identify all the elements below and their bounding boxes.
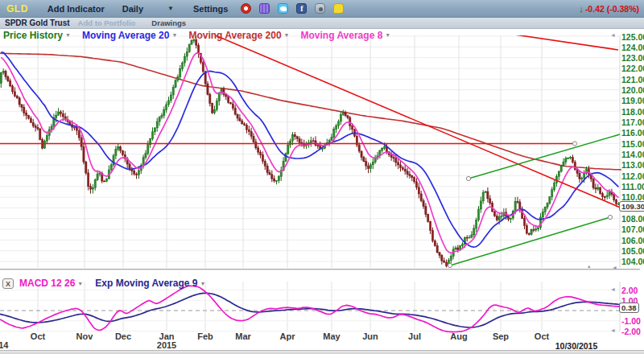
twitter-icon[interactable] (278, 3, 288, 14)
x-axis-month-label: Nov (76, 331, 93, 341)
x-axis-month-label: Aug (450, 331, 467, 341)
rising-channel-upper-handle[interactable] (466, 176, 470, 180)
rising-channel-lower-handle[interactable] (608, 215, 612, 219)
chevron-down-icon: ▼ (77, 281, 83, 286)
library-icon[interactable] (259, 3, 270, 14)
price-panel[interactable] (0, 32, 628, 268)
facebook-icon[interactable]: f (296, 3, 307, 14)
price-axis-label: 121.00 (621, 75, 644, 84)
x-axis-year-label: 2014 (0, 340, 8, 350)
legend-moving-average-200[interactable]: Moving Average 200 ▼ (188, 30, 289, 41)
x-axis-month-label: Feb (197, 331, 213, 341)
price-axis-label: 113.00 (621, 160, 644, 170)
alarm-icon[interactable] (241, 3, 251, 14)
x-axis-month-label: Sep (493, 331, 509, 341)
axis-scroll-down-icon[interactable]: ◄ (612, 265, 617, 270)
x-axis-month-label: May (323, 331, 340, 341)
macd-axis-arrow-icon[interactable]: ◄ (610, 286, 616, 292)
rising-channel-lower[interactable] (450, 217, 610, 266)
x-axis-year-label: 2015 (157, 340, 176, 350)
macd-axis-label: 2.00 (621, 286, 644, 295)
settings-button[interactable]: Settings (193, 4, 228, 14)
x-axis-month-label: Jul (408, 331, 421, 341)
macd-line (0, 286, 625, 332)
x-axis-month-label: Apr (280, 331, 295, 341)
legend-moving-average-20[interactable]: Moving Average 20 ▼ (82, 30, 177, 41)
last-price-badge: 109.30 (619, 201, 644, 212)
horizontal-scrollbar[interactable] (0, 350, 644, 354)
x-axis-month-label: Mar (235, 331, 251, 341)
price-axis-label: 122.00 (621, 64, 644, 73)
x-axis-month-label: Dec (115, 331, 131, 341)
price-axis-label: 108.00 (621, 214, 644, 224)
top-toolbar: GLD Add Indicator Daily ▼ Settings f ↓ -… (0, 0, 644, 18)
x-axis-month-label: Oct (31, 331, 45, 341)
legend-moving-average-8[interactable]: Moving Average 8 ▼ (301, 30, 391, 41)
x-axis-last-date: 10/30/2015 (555, 341, 598, 351)
ma8-line (1, 53, 618, 253)
price-axis-label: 117.00 (621, 117, 644, 127)
x-axis-month-label: Jun (362, 331, 378, 341)
macd-axis-label: -1.00 (621, 316, 644, 326)
chevron-down-icon[interactable]: ▼ (167, 5, 174, 12)
chart-canvas[interactable] (0, 0, 644, 354)
price-axis-label: 107.00 (621, 224, 644, 234)
panel-splitter[interactable] (0, 269, 640, 270)
camera-icon[interactable] (315, 3, 325, 14)
price-axis-label: 105.00 (621, 246, 644, 256)
macd-legend: X MACD 12 26 ▼ Exp Moving Average 9 ▼ (2, 278, 212, 289)
rising-channel-upper[interactable] (469, 134, 620, 179)
macd-axis-arrow-icon[interactable]: ◄ (610, 327, 616, 333)
price-axis-label: 124.00 (621, 43, 644, 52)
add-indicator-button[interactable]: Add Indicator (47, 4, 105, 14)
axis-scroll-up-icon[interactable]: ◄ (610, 32, 616, 38)
macd-value-badge: 0.38 (619, 303, 639, 313)
horizontal-resistance-line-handle[interactable] (572, 142, 576, 146)
down-arrow-icon: ↓ (579, 4, 584, 14)
add-to-portfolio-button[interactable]: Add to Portfolio (78, 19, 136, 27)
legend-exp-moving-average-9[interactable]: Exp Moving Average 9 ▼ (95, 278, 205, 289)
chevron-down-icon: ▼ (284, 32, 290, 38)
splitter-arrow-icon[interactable]: ▴ (588, 263, 591, 270)
price-axis-label: 119.00 (621, 96, 644, 105)
price-axis-label: 118.00 (621, 107, 644, 117)
macd-axis-label: -2.00 (621, 327, 644, 336)
price-axis-label: 120.00 (621, 85, 644, 95)
price-axis-label: 115.00 (621, 139, 644, 149)
price-legend: Price History ▼ Moving Average 20 ▼ Movi… (3, 30, 397, 40)
legend-price-history[interactable]: Price History ▼ (3, 30, 71, 41)
close-macd-button[interactable]: X (2, 278, 14, 289)
symbol-full-name: SPDR Gold Trust (5, 19, 70, 27)
legend-macd[interactable]: MACD 12 26 ▼ (19, 278, 83, 289)
macd-panel[interactable] (0, 286, 625, 332)
price-axis-label: 123.00 (621, 53, 644, 63)
symbol-ticker[interactable]: GLD (6, 3, 28, 14)
price-axis-label: 114.00 (621, 150, 644, 159)
chat-icon[interactable] (333, 3, 344, 14)
price-axis-label: 125.00 (621, 32, 644, 42)
change-value: -0.42 (-0.38%) (585, 4, 639, 14)
symbol-subbar: SPDR Gold Trust Add to Portfolio Drawing… (0, 18, 644, 29)
price-axis-label: 104.00 (621, 257, 644, 266)
chevron-down-icon: ▼ (200, 281, 205, 286)
rising-channel-lower-handle[interactable] (448, 263, 452, 267)
chevron-down-icon: ▼ (171, 32, 177, 38)
interval-dropdown[interactable]: Daily (122, 4, 143, 14)
price-axis-label: 106.00 (621, 236, 644, 245)
x-axis-month-label: Oct (535, 331, 549, 341)
price-axis-label: 112.00 (621, 171, 644, 181)
charting-app-window: GLD Add Indicator Daily ▼ Settings f ↓ -… (0, 0, 644, 354)
chevron-down-icon: ▼ (65, 32, 71, 38)
price-axis-label: 111.00 (621, 182, 644, 191)
drawings-button[interactable]: Drawings (151, 19, 186, 27)
toolbar-icon-row: f (241, 3, 344, 14)
price-change-readout: ↓ -0.42 (-0.38%) (579, 4, 639, 14)
price-axis-label: 116.00 (621, 128, 644, 138)
candlestick-series (0, 36, 619, 267)
chevron-down-icon: ▼ (385, 32, 390, 38)
